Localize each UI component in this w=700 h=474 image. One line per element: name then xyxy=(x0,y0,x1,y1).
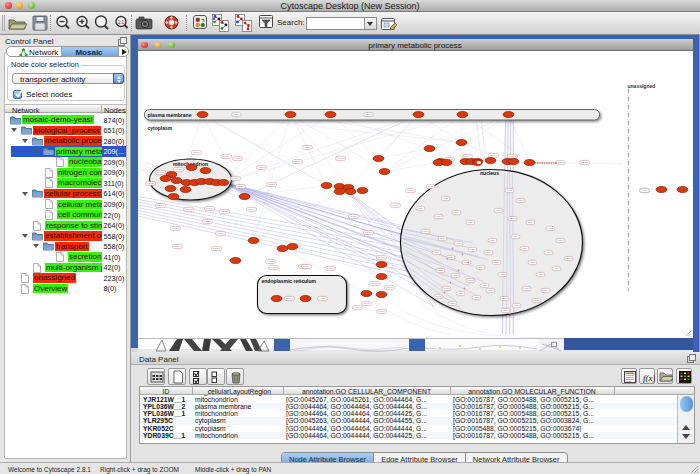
svg-text:endoplasmic reticulum: endoplasmic reticulum xyxy=(261,278,316,284)
svg-text:f(x): f(x) xyxy=(643,372,655,382)
svg-text:1:1: 1:1 xyxy=(118,20,125,25)
svg-text:nucleus: nucleus xyxy=(480,170,499,176)
svg-text:plasma membrane: plasma membrane xyxy=(147,112,191,118)
svg-text:unassigned: unassigned xyxy=(627,83,655,89)
svg-text:cytoplasm: cytoplasm xyxy=(147,125,172,131)
